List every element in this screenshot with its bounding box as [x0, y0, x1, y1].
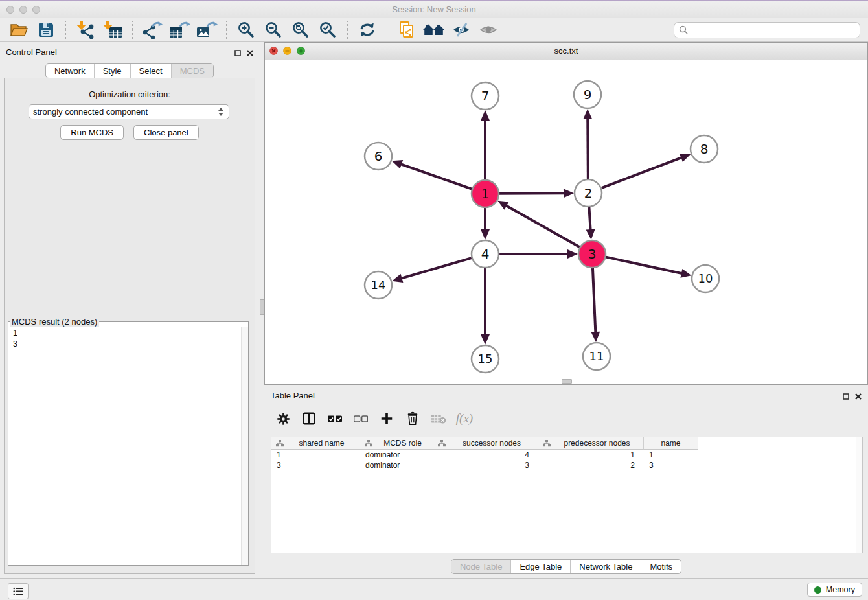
table-tab-node-table[interactable]: Node Table [451, 560, 511, 573]
cell-successor-nodes[interactable]: 3 [433, 461, 538, 470]
import-network-icon[interactable] [72, 19, 99, 40]
cell-shared-name[interactable]: 1 [271, 450, 360, 459]
graph-node-1[interactable]: 1 [472, 180, 499, 207]
graph-edge-3-10[interactable] [606, 257, 681, 273]
graph-node-7[interactable]: 7 [472, 82, 499, 110]
save-session-icon[interactable] [32, 19, 60, 40]
add-column-icon[interactable] [378, 410, 395, 427]
graph-edge-1-2[interactable] [499, 193, 564, 194]
mcds-result-list[interactable]: 1 3 [8, 327, 242, 565]
table-tab-network-table[interactable]: Network Table [570, 560, 641, 573]
vertical-splitter[interactable] [259, 42, 264, 578]
cell-mcds-role[interactable]: dominator [360, 461, 433, 470]
toolbar-separator [65, 21, 66, 39]
network-canvas[interactable]: 7968124314101511 [265, 60, 867, 384]
graph-node-label: 7 [481, 88, 490, 104]
cell-successor-nodes[interactable]: 4 [433, 450, 538, 459]
graph-edge-2-8[interactable] [602, 157, 682, 188]
duplicate-network-icon[interactable] [393, 19, 420, 40]
refresh-view-icon[interactable] [354, 19, 381, 40]
export-table-icon[interactable] [166, 19, 193, 40]
graph-node-3[interactable]: 3 [578, 240, 606, 268]
graph-node-9[interactable]: 9 [574, 81, 601, 108]
home-houses-icon[interactable] [420, 19, 448, 40]
cell-predecessor-nodes[interactable]: 1 [538, 450, 644, 459]
graph-arrowhead-1-6 [392, 160, 403, 168]
table-row[interactable]: 1dominator411 [271, 450, 862, 460]
main-toolbar [0, 18, 868, 42]
column-header-mcds-role[interactable]: MCDS role [360, 437, 433, 450]
tab-style[interactable]: Style [94, 64, 130, 78]
graph-node-4[interactable]: 4 [472, 240, 499, 268]
zoom-out-icon[interactable] [260, 19, 287, 40]
graph-edge-1-6[interactable] [401, 164, 472, 189]
zoom-in-icon[interactable] [233, 19, 260, 40]
column-header-shared-name[interactable]: shared name [271, 437, 360, 450]
column-header-predecessor-nodes[interactable]: predecessor nodes [538, 437, 644, 450]
task-history-button[interactable] [8, 583, 29, 599]
export-image-icon[interactable] [193, 19, 220, 40]
close-panel-button[interactable]: Close panel [133, 125, 199, 140]
column-header-name[interactable]: name [644, 437, 698, 450]
column-header-successor-nodes[interactable]: successor nodes [433, 437, 538, 450]
close-panel-icon[interactable] [247, 47, 253, 59]
show-all-eye-icon[interactable] [475, 19, 502, 40]
memory-button[interactable]: Memory [807, 583, 862, 597]
hide-selected-eye-icon[interactable] [448, 19, 475, 40]
cell-mcds-role[interactable]: dominator [360, 450, 433, 459]
tab-network[interactable]: Network [46, 64, 94, 78]
cell-name[interactable]: 3 [644, 461, 698, 470]
search-icon [679, 25, 689, 38]
mcds-result-scrollbar[interactable] [241, 327, 248, 565]
graph-edge-4-14[interactable] [402, 258, 472, 279]
table-header-row: shared nameMCDS rolesuccessor nodesprede… [271, 437, 862, 450]
graph-node-10[interactable]: 10 [692, 265, 719, 292]
cell-shared-name[interactable]: 3 [271, 461, 360, 470]
table-tab-motifs[interactable]: Motifs [641, 560, 681, 573]
tab-mcds[interactable]: MCDS [171, 64, 213, 78]
optimization-label: Optimization criterion: [5, 89, 255, 99]
cell-predecessor-nodes[interactable]: 2 [538, 461, 644, 470]
function-builder-icon[interactable]: f(x) [456, 410, 473, 427]
run-mcds-button[interactable]: Run MCDS [60, 125, 124, 140]
table-row[interactable]: 3dominator323 [271, 460, 862, 470]
search-input[interactable] [674, 22, 860, 38]
network-window-titlebar: scc.txt [265, 43, 867, 60]
float-table-panel-icon[interactable] [843, 391, 849, 402]
settings-gear-icon[interactable] [275, 410, 291, 427]
node-table: shared nameMCDS rolesuccessor nodesprede… [271, 437, 863, 553]
tab-select[interactable]: Select [130, 64, 171, 78]
table-tab-edge-table[interactable]: Edge Table [510, 560, 570, 573]
delete-column-trash-icon[interactable] [404, 410, 421, 427]
select-all-checkboxes-icon[interactable] [326, 410, 343, 427]
graph-node-label: 15 [478, 352, 493, 365]
hierarchy-icon [438, 440, 446, 447]
graph-node-8[interactable]: 8 [691, 135, 718, 163]
graph-edge-3-1[interactable] [506, 205, 580, 247]
horizontal-splitter-handle[interactable] [562, 379, 572, 384]
import-table-icon[interactable] [99, 19, 126, 40]
toggle-columns-icon[interactable] [301, 410, 317, 427]
optimization-select[interactable]: strongly connected component [29, 104, 229, 119]
graph-edge-2-3[interactable] [589, 207, 590, 230]
zoom-fit-icon[interactable] [287, 19, 314, 40]
delete-table-icon[interactable] [430, 410, 447, 427]
open-session-icon[interactable] [5, 19, 32, 40]
zoom-selected-icon[interactable] [314, 19, 341, 40]
export-network-icon[interactable] [139, 19, 166, 40]
graph-arrowhead-2-3 [586, 229, 595, 240]
network-title: scc.txt [265, 46, 867, 56]
graph-node-11[interactable]: 11 [583, 343, 610, 370]
graph-node-2[interactable]: 2 [575, 179, 602, 207]
graph-node-15[interactable]: 15 [472, 345, 499, 373]
cell-name[interactable]: 1 [644, 450, 698, 459]
graph-node-14[interactable]: 14 [365, 271, 392, 299]
network-graph[interactable]: 7968124314101511 [265, 60, 867, 384]
graph-node-6[interactable]: 6 [365, 143, 392, 170]
graph-edge-2-9[interactable] [588, 119, 588, 179]
close-table-panel-icon[interactable] [855, 391, 862, 402]
deselect-all-checkboxes-icon[interactable] [352, 410, 369, 427]
graph-edge-3-11[interactable] [593, 268, 595, 332]
table-scrollbar[interactable] [856, 437, 862, 553]
float-panel-icon[interactable] [234, 47, 241, 59]
